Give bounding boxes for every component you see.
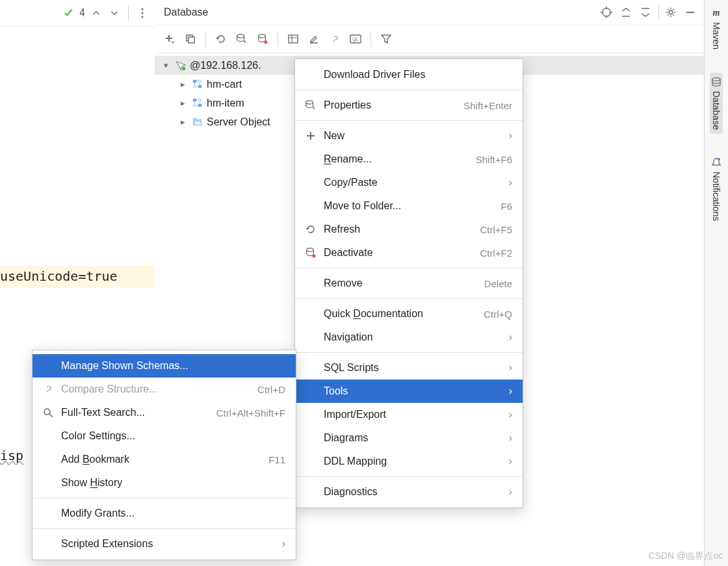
svg-point-1 [141,12,143,14]
blank-icon [304,385,317,398]
right-tool-stripe: m Maven Database Notifications [704,0,728,566]
svg-point-28 [306,101,313,104]
chevron-right-icon[interactable]: ▸ [177,117,188,127]
gear-icon[interactable] [662,3,680,21]
maven-icon: m [713,8,720,18]
stripe-database[interactable]: Database [710,73,723,134]
blank-icon [304,176,317,189]
stripe-maven[interactable]: m Maven [710,4,723,53]
menu-add-bookmark[interactable]: Add Bookmark F11 [32,448,296,471]
chevron-down-icon[interactable]: ▾ [160,60,172,70]
jump-icon [42,383,55,396]
menu-move-folder[interactable]: Move to Folder... F6 [295,194,523,218]
svg-rect-20 [193,103,196,107]
menu-deactivate[interactable]: Deactivate Ctrl+F2 [295,241,523,264]
watermark: CSDN @临界点oc [648,550,723,562]
blank-icon [304,408,317,421]
svg-rect-25 [195,123,201,124]
menu-sql-scripts[interactable]: SQL Scripts › [295,356,523,379]
blank-icon [42,359,55,372]
blank-icon [304,68,317,81]
duplicate-icon[interactable] [181,29,200,49]
separator [32,528,296,529]
refresh-icon [304,223,317,236]
stripe-notifications[interactable]: Notifications [710,153,723,225]
blank-icon [304,485,317,498]
blank-icon [42,476,55,489]
menu-diagrams[interactable]: Diagrams › [295,426,523,450]
menu-new[interactable]: New › [295,124,523,148]
svg-point-27 [718,158,720,161]
bell-icon [711,157,722,168]
svg-point-2 [141,16,143,18]
svg-point-4 [669,10,672,14]
inspection-count: 4 [79,7,85,19]
chevron-up-icon[interactable] [89,6,103,20]
menu-properties[interactable]: Properties Shift+Enter [295,94,523,117]
chevron-right-icon: › [509,385,512,397]
menu-manage-shown-schemas[interactable]: Manage Shown Schemas... [32,354,296,378]
svg-rect-23 [193,118,197,120]
more-icon[interactable] [135,6,150,20]
separator [295,268,523,268]
chevron-right-icon: › [282,538,285,550]
edit-icon[interactable] [304,29,324,49]
blank-icon [42,430,55,443]
refresh-icon[interactable] [211,29,231,49]
menu-diagnostics[interactable]: Diagnostics › [295,480,523,504]
menu-copy-paste[interactable]: Copy/Paste › [295,171,523,194]
separator [205,31,206,47]
svg-rect-15 [198,79,202,83]
svg-rect-24 [195,122,201,123]
datasource-properties-icon [304,99,317,112]
svg-rect-21 [198,103,202,107]
target-icon[interactable] [597,3,616,21]
svg-point-7 [237,34,244,38]
query-console-icon[interactable]: QL [346,29,365,49]
tree-label: hm-cart [207,79,242,90]
add-icon[interactable] [160,29,179,49]
svg-point-3 [603,8,611,17]
blank-icon [304,361,317,374]
menu-download-driver[interactable]: Download Driver Files [295,63,523,86]
menu-import-export[interactable]: Import/Export › [295,403,523,426]
jump-icon[interactable] [325,29,344,49]
svg-point-13 [182,66,185,70]
editor-status-strip: 4 [0,0,155,27]
chevron-right-icon: › [509,432,512,444]
menu-quick-documentation[interactable]: Quick Documentation Ctrl+Q [295,302,523,326]
menu-color-settings[interactable]: Color Settings... [32,424,296,448]
deactivate-icon[interactable] [253,29,272,49]
chevron-down-icon[interactable] [107,6,122,20]
schema-icon [191,97,204,110]
menu-show-history[interactable]: Show History [32,471,296,495]
svg-rect-6 [188,37,194,43]
table-view-icon[interactable] [283,29,303,49]
inspection-check-icon[interactable] [61,6,75,20]
chevron-right-icon[interactable]: ▸ [177,98,188,108]
separator [278,31,278,47]
menu-tools[interactable]: Tools › [295,379,523,403]
chevron-right-icon: › [509,331,512,343]
context-submenu-tools: Manage Shown Schemas... Compare Structur… [32,350,296,560]
database-icon [711,77,722,87]
tree-label: @192.168.126. [190,60,261,71]
datasource-properties-icon[interactable] [232,29,252,49]
menu-scripted-extensions[interactable]: Scripted Extensions › [32,532,296,556]
chevron-right-icon[interactable]: ▸ [177,79,188,89]
minimize-icon[interactable] [681,3,699,21]
menu-full-text-search[interactable]: Full-Text Search... Ctrl+Alt+Shift+F [32,401,296,424]
filter-icon[interactable] [376,29,396,49]
menu-ddl-mapping[interactable]: DDL Mapping › [295,450,523,473]
menu-remove[interactable]: Remove Delete [295,272,523,295]
expand-all-icon[interactable] [617,3,635,21]
collapse-all-icon[interactable] [636,3,655,21]
svg-rect-30 [313,255,316,258]
menu-refresh[interactable]: Refresh Ctrl+F5 [295,218,523,241]
panel-title: Database [155,6,597,18]
chevron-right-icon: › [509,486,512,498]
chevron-right-icon: › [509,456,512,467]
menu-navigation[interactable]: Navigation › [295,326,523,349]
menu-modify-grants[interactable]: Modify Grants... [32,502,296,525]
menu-rename[interactable]: Rename... Shift+F6 [295,148,523,171]
